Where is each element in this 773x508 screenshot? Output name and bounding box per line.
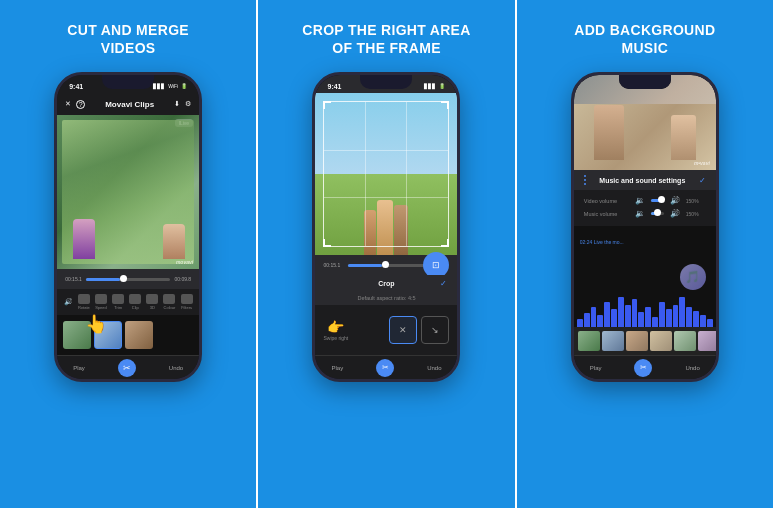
ratio-option-custom[interactable]: ✕ bbox=[389, 316, 417, 344]
tool-rotate[interactable]: Rotate bbox=[78, 294, 90, 310]
clip-thumb-6[interactable] bbox=[698, 331, 716, 351]
scissors-icon-3: ✂ bbox=[640, 363, 647, 372]
scissors-icon: ✂ bbox=[123, 363, 131, 373]
vol-down-icon-2[interactable]: 🔉 bbox=[635, 209, 645, 218]
clip-thumb-2[interactable] bbox=[602, 331, 624, 351]
music-volume-row: Music volume 🔉 🔊 150% bbox=[584, 209, 706, 218]
figure-left bbox=[73, 219, 95, 259]
download-icon[interactable]: ⬇ bbox=[174, 100, 180, 108]
close-icon[interactable]: ✕ bbox=[65, 100, 71, 108]
ratio-x-icon: ✕ bbox=[399, 325, 407, 335]
clip-3[interactable] bbox=[125, 321, 153, 349]
vol-up-icon[interactable]: 🔊 bbox=[670, 196, 680, 205]
scissors-button[interactable]: ✂ bbox=[118, 359, 136, 377]
aspect-ratio-area: Default aspect ratio: 4:5 bbox=[315, 291, 457, 305]
play-label-3[interactable]: Play bbox=[590, 365, 602, 371]
music-track-area: 02:24 Live the mo... 🎵 bbox=[574, 226, 716, 327]
tool-speed[interactable]: Speed bbox=[95, 294, 107, 310]
swipe-area: 👉 Swipe right ✕ ↘ bbox=[315, 305, 457, 355]
tool-rotate-label: Rotate bbox=[78, 305, 90, 310]
hand-swipe-icon: 👆 bbox=[85, 315, 107, 335]
filters-icon bbox=[181, 294, 193, 304]
tool-clip[interactable]: Clip bbox=[129, 294, 141, 310]
crop-corner-tr bbox=[441, 101, 449, 109]
clip-thumb-4[interactable] bbox=[650, 331, 672, 351]
ratio-option-diagonal[interactable]: ↘ bbox=[421, 316, 449, 344]
statusbar-icons-2: ▊▊▊ 🔋 bbox=[424, 83, 445, 89]
timeline-progress bbox=[86, 278, 120, 281]
timeline-time-2: 00:15.1 bbox=[323, 262, 340, 268]
settings-check[interactable]: ✓ bbox=[699, 176, 706, 185]
volume-section: Video volume 🔉 🔊 150% Music volume 🔉 bbox=[574, 190, 716, 226]
phone-2-screen: 9:41 ▊▊▊ 🔋 bbox=[315, 75, 457, 379]
video-bg: lLive movavi bbox=[57, 115, 199, 269]
figure-right bbox=[163, 224, 185, 259]
phone-2-timeline: 00:15.1 ⊡ bbox=[315, 255, 457, 275]
statusbar-time-1: 9:41 bbox=[69, 83, 83, 90]
hand-right-icon: 👉 bbox=[327, 319, 344, 335]
panel-cut: CUT AND MERGE VIDEOS 9:41 ▊▊▊ WiFi 🔋 ✕ ?… bbox=[0, 0, 256, 508]
undo-label-3[interactable]: Undo bbox=[685, 365, 699, 371]
phone-2-crop-image bbox=[315, 93, 457, 255]
phone-1-bottom-nav: Play ✂ Undo bbox=[57, 355, 199, 379]
vol-down-icon[interactable]: 🔉 bbox=[635, 196, 645, 205]
video-volume-thumb[interactable] bbox=[658, 196, 665, 203]
tool-colour-label: Colour bbox=[164, 305, 176, 310]
check-icon[interactable]: ✓ bbox=[440, 279, 447, 288]
trim-icon bbox=[112, 294, 124, 304]
phone-1-video: lLive movavi bbox=[57, 115, 199, 269]
music-bubble[interactable]: 🎵 bbox=[680, 264, 706, 290]
crop-overlay bbox=[323, 101, 449, 247]
timeline-thumb[interactable] bbox=[120, 275, 127, 282]
tool-trim[interactable]: Trim bbox=[112, 294, 124, 310]
music-volume-track[interactable] bbox=[651, 212, 664, 215]
video-bg-3: m•vavi bbox=[574, 75, 716, 170]
music-track-info: 02:24 Live the mo... bbox=[580, 230, 624, 248]
undo-label-2[interactable]: Undo bbox=[427, 365, 441, 371]
help-icon[interactable]: ? bbox=[76, 100, 85, 109]
tool-clip-label: Clip bbox=[132, 305, 139, 310]
phone-1-timeline[interactable]: 00:15.1 00:09.8 bbox=[57, 269, 199, 289]
music-volume-thumb[interactable] bbox=[654, 209, 661, 216]
vol-up-icon-2[interactable]: 🔊 bbox=[670, 209, 680, 218]
tool-filters[interactable]: Filters bbox=[181, 294, 193, 310]
phone-1-toolbar: 🔊 Rotate Speed Trim Clip bbox=[57, 289, 199, 315]
play-label-2[interactable]: Play bbox=[331, 365, 343, 371]
scissors-button-2[interactable]: ✂ bbox=[376, 359, 394, 377]
waveform bbox=[574, 292, 716, 327]
tool-speed-label: Speed bbox=[95, 305, 107, 310]
clip-thumb-3[interactable] bbox=[626, 331, 648, 351]
video-volume-track[interactable] bbox=[651, 199, 664, 202]
panel-music: ADD BACKGROUND MUSIC m•vavi bbox=[517, 0, 773, 508]
crop-label: Crop bbox=[378, 280, 394, 287]
colour-icon bbox=[163, 294, 175, 304]
music-track-label: 02:24 Live the mo... bbox=[580, 239, 624, 245]
tool-3d-label: 3D bbox=[150, 305, 155, 310]
settings-icon[interactable]: ⚙ bbox=[185, 100, 191, 108]
video-volume-label: Video volume bbox=[584, 198, 629, 204]
tool-filters-label: Filters bbox=[181, 305, 192, 310]
grid-v1 bbox=[365, 102, 366, 246]
tool-colour[interactable]: Colour bbox=[163, 294, 175, 310]
scissors-button-3[interactable]: ✂ bbox=[634, 359, 652, 377]
clips-strip-3 bbox=[574, 327, 716, 355]
audio-icon[interactable]: 🔊 bbox=[64, 298, 73, 306]
aspect-ratio-text: Default aspect ratio: 4:5 bbox=[357, 295, 415, 301]
clip-thumb-5[interactable] bbox=[674, 331, 696, 351]
music-note-icon: 🎵 bbox=[680, 264, 706, 290]
timeline-track[interactable] bbox=[86, 278, 171, 281]
statusbar-icons-1: ▊▊▊ WiFi 🔋 bbox=[153, 83, 187, 89]
crop-corner-tl bbox=[323, 101, 331, 109]
tool-3d[interactable]: 3D bbox=[146, 294, 158, 310]
clip-thumb-1[interactable] bbox=[578, 331, 600, 351]
speed-icon bbox=[95, 294, 107, 304]
phone-3-video: m•vavi bbox=[574, 75, 716, 170]
3d-icon bbox=[146, 294, 158, 304]
phone-2-notch bbox=[360, 75, 412, 89]
menu-dots-icon[interactable] bbox=[584, 175, 586, 185]
phone-1: 9:41 ▊▊▊ WiFi 🔋 ✕ ? Movavi Clips ⬇ ⚙ bbox=[54, 72, 202, 382]
play-label[interactable]: Play bbox=[73, 365, 85, 371]
panel-cut-title: CUT AND MERGE VIDEOS bbox=[67, 22, 189, 58]
timeline-thumb-2[interactable] bbox=[382, 261, 389, 268]
undo-label[interactable]: Undo bbox=[169, 365, 183, 371]
